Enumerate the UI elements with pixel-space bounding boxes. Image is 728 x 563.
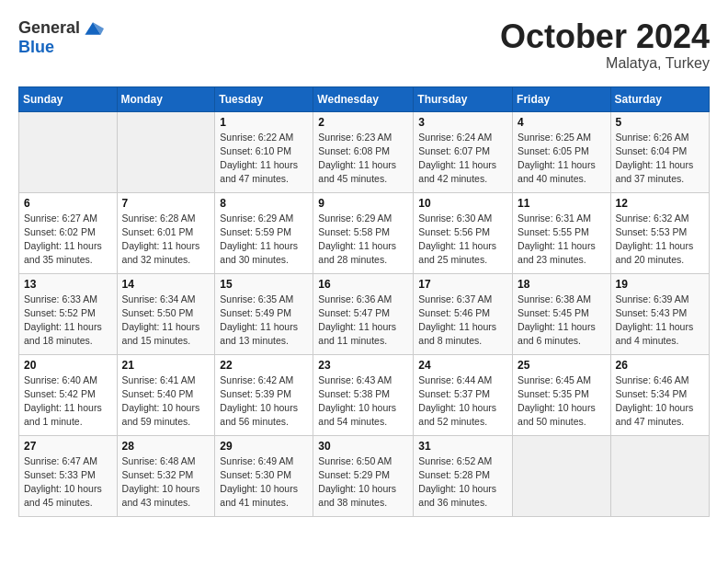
day-info: Sunrise: 6:26 AM Sunset: 6:04 PM Dayligh…: [616, 131, 704, 187]
day-info: Sunrise: 6:48 AM Sunset: 5:32 PM Dayligh…: [122, 454, 210, 511]
day-info: Sunrise: 6:38 AM Sunset: 5:45 PM Dayligh…: [518, 293, 606, 349]
weekday-header-monday: Monday: [117, 86, 215, 111]
day-cell: [610, 435, 709, 516]
day-cell: 4Sunrise: 6:25 AM Sunset: 6:05 PM Daylig…: [513, 111, 611, 192]
weekday-header-wednesday: Wednesday: [313, 86, 414, 111]
day-cell: 10Sunrise: 6:30 AM Sunset: 5:56 PM Dayli…: [414, 192, 513, 273]
day-cell: 27Sunrise: 6:47 AM Sunset: 5:33 PM Dayli…: [19, 435, 118, 516]
day-cell: 17Sunrise: 6:37 AM Sunset: 5:46 PM Dayli…: [414, 273, 513, 354]
day-number: 28: [122, 440, 210, 453]
day-cell: [513, 435, 611, 516]
day-info: Sunrise: 6:32 AM Sunset: 5:53 PM Dayligh…: [616, 212, 704, 268]
day-info: Sunrise: 6:30 AM Sunset: 5:56 PM Dayligh…: [418, 212, 507, 268]
calendar-container: General Blue October 2024 Malatya, Turke…: [0, 0, 728, 563]
day-number: 18: [518, 278, 606, 291]
day-number: 2: [318, 116, 408, 129]
day-cell: 6Sunrise: 6:27 AM Sunset: 6:02 PM Daylig…: [19, 192, 118, 273]
day-info: Sunrise: 6:25 AM Sunset: 6:05 PM Dayligh…: [518, 131, 606, 187]
day-cell: 14Sunrise: 6:34 AM Sunset: 5:50 PM Dayli…: [117, 273, 215, 354]
day-info: Sunrise: 6:47 AM Sunset: 5:33 PM Dayligh…: [24, 454, 112, 511]
day-info: Sunrise: 6:33 AM Sunset: 5:52 PM Dayligh…: [24, 293, 112, 349]
location: Malatya, Turkey: [500, 55, 710, 72]
day-cell: 31Sunrise: 6:52 AM Sunset: 5:28 PM Dayli…: [414, 435, 513, 516]
weekday-header-thursday: Thursday: [414, 86, 513, 111]
day-info: Sunrise: 6:39 AM Sunset: 5:43 PM Dayligh…: [616, 293, 704, 349]
day-info: Sunrise: 6:31 AM Sunset: 5:55 PM Dayligh…: [518, 212, 606, 268]
day-number: 7: [122, 197, 210, 210]
day-cell: 24Sunrise: 6:44 AM Sunset: 5:37 PM Dayli…: [414, 354, 513, 435]
day-info: Sunrise: 6:42 AM Sunset: 5:39 PM Dayligh…: [220, 373, 308, 430]
calendar-table: SundayMondayTuesdayWednesdayThursdayFrid…: [18, 86, 710, 517]
day-info: Sunrise: 6:37 AM Sunset: 5:46 PM Dayligh…: [418, 293, 507, 349]
day-info: Sunrise: 6:28 AM Sunset: 6:01 PM Dayligh…: [122, 212, 210, 268]
day-cell: 28Sunrise: 6:48 AM Sunset: 5:32 PM Dayli…: [117, 435, 215, 516]
day-number: 10: [418, 197, 507, 210]
day-number: 23: [318, 359, 408, 372]
day-info: Sunrise: 6:22 AM Sunset: 6:10 PM Dayligh…: [220, 131, 308, 187]
day-number: 1: [220, 116, 308, 129]
day-cell: 16Sunrise: 6:36 AM Sunset: 5:47 PM Dayli…: [313, 273, 414, 354]
day-cell: 18Sunrise: 6:38 AM Sunset: 5:45 PM Dayli…: [513, 273, 611, 354]
day-cell: 19Sunrise: 6:39 AM Sunset: 5:43 PM Dayli…: [610, 273, 709, 354]
day-number: 4: [518, 116, 606, 129]
weekday-header-tuesday: Tuesday: [215, 86, 313, 111]
day-number: 25: [518, 359, 606, 372]
day-number: 20: [24, 359, 112, 372]
day-cell: 8Sunrise: 6:29 AM Sunset: 5:59 PM Daylig…: [215, 192, 313, 273]
weekday-header-saturday: Saturday: [610, 86, 709, 111]
day-info: Sunrise: 6:40 AM Sunset: 5:42 PM Dayligh…: [24, 373, 112, 430]
day-info: Sunrise: 6:27 AM Sunset: 6:02 PM Dayligh…: [24, 212, 112, 268]
day-cell: 29Sunrise: 6:49 AM Sunset: 5:30 PM Dayli…: [215, 435, 313, 516]
day-cell: 25Sunrise: 6:45 AM Sunset: 5:35 PM Dayli…: [513, 354, 611, 435]
day-number: 15: [220, 278, 308, 291]
day-cell: 13Sunrise: 6:33 AM Sunset: 5:52 PM Dayli…: [19, 273, 118, 354]
day-info: Sunrise: 6:44 AM Sunset: 5:37 PM Dayligh…: [418, 373, 507, 430]
day-number: 27: [24, 440, 112, 453]
day-cell: 23Sunrise: 6:43 AM Sunset: 5:38 PM Dayli…: [313, 354, 414, 435]
day-number: 8: [220, 197, 308, 210]
day-number: 24: [418, 359, 507, 372]
day-cell: 9Sunrise: 6:29 AM Sunset: 5:58 PM Daylig…: [313, 192, 414, 273]
day-number: 11: [518, 197, 606, 210]
day-number: 12: [616, 197, 704, 210]
day-info: Sunrise: 6:52 AM Sunset: 5:28 PM Dayligh…: [418, 454, 507, 511]
day-number: 26: [616, 359, 704, 372]
day-number: 6: [24, 197, 112, 210]
week-row-5: 27Sunrise: 6:47 AM Sunset: 5:33 PM Dayli…: [19, 435, 710, 516]
weekday-header-sunday: Sunday: [19, 86, 118, 111]
day-cell: 22Sunrise: 6:42 AM Sunset: 5:39 PM Dayli…: [215, 354, 313, 435]
day-number: 9: [318, 197, 408, 210]
header: General Blue October 2024 Malatya, Turke…: [18, 18, 710, 72]
week-row-4: 20Sunrise: 6:40 AM Sunset: 5:42 PM Dayli…: [19, 354, 710, 435]
day-cell: 20Sunrise: 6:40 AM Sunset: 5:42 PM Dayli…: [19, 354, 118, 435]
day-cell: 2Sunrise: 6:23 AM Sunset: 6:08 PM Daylig…: [313, 111, 414, 192]
day-info: Sunrise: 6:24 AM Sunset: 6:07 PM Dayligh…: [418, 131, 507, 187]
weekday-header-friday: Friday: [513, 86, 611, 111]
day-info: Sunrise: 6:45 AM Sunset: 5:35 PM Dayligh…: [518, 373, 606, 430]
day-cell: 3Sunrise: 6:24 AM Sunset: 6:07 PM Daylig…: [414, 111, 513, 192]
day-number: 22: [220, 359, 308, 372]
day-number: 17: [418, 278, 507, 291]
day-cell: [117, 111, 215, 192]
day-cell: 7Sunrise: 6:28 AM Sunset: 6:01 PM Daylig…: [117, 192, 215, 273]
day-number: 13: [24, 278, 112, 291]
day-info: Sunrise: 6:36 AM Sunset: 5:47 PM Dayligh…: [318, 293, 408, 349]
day-number: 14: [122, 278, 210, 291]
logo: General Blue: [18, 18, 104, 57]
title-block: October 2024 Malatya, Turkey: [500, 18, 710, 72]
day-cell: 12Sunrise: 6:32 AM Sunset: 5:53 PM Dayli…: [610, 192, 709, 273]
day-cell: 21Sunrise: 6:41 AM Sunset: 5:40 PM Dayli…: [117, 354, 215, 435]
day-cell: 15Sunrise: 6:35 AM Sunset: 5:49 PM Dayli…: [215, 273, 313, 354]
day-number: 29: [220, 440, 308, 453]
day-info: Sunrise: 6:49 AM Sunset: 5:30 PM Dayligh…: [220, 454, 308, 511]
day-cell: 30Sunrise: 6:50 AM Sunset: 5:29 PM Dayli…: [313, 435, 414, 516]
day-number: 30: [318, 440, 408, 453]
day-info: Sunrise: 6:50 AM Sunset: 5:29 PM Dayligh…: [318, 454, 408, 511]
day-cell: 5Sunrise: 6:26 AM Sunset: 6:04 PM Daylig…: [610, 111, 709, 192]
logo-general-text: General: [18, 18, 80, 38]
day-cell: [19, 111, 118, 192]
day-cell: 26Sunrise: 6:46 AM Sunset: 5:34 PM Dayli…: [610, 354, 709, 435]
day-number: 3: [418, 116, 507, 129]
day-info: Sunrise: 6:46 AM Sunset: 5:34 PM Dayligh…: [616, 373, 704, 430]
day-info: Sunrise: 6:35 AM Sunset: 5:49 PM Dayligh…: [220, 293, 308, 349]
